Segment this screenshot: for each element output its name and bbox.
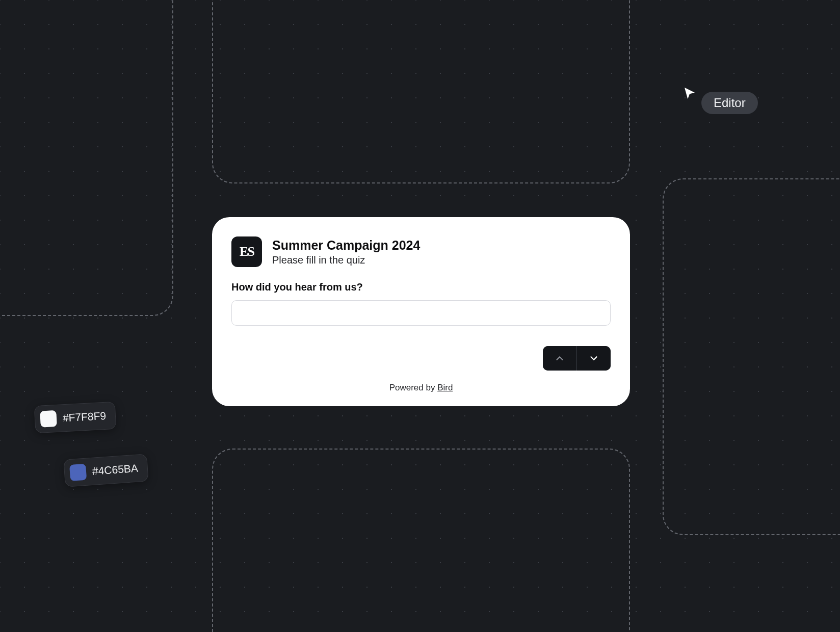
- color-swatch[interactable]: #4C65BA: [63, 454, 148, 487]
- canvas-frame: [212, 0, 630, 183]
- next-button[interactable]: [577, 346, 611, 371]
- card-header: ES Summer Campaign 2024 Please fill in t…: [231, 236, 611, 267]
- brand-logo: ES: [231, 236, 262, 267]
- prev-button[interactable]: [543, 346, 576, 371]
- color-swatch[interactable]: #F7F8F9: [34, 402, 117, 433]
- question-label: How did you hear from us?: [231, 281, 611, 293]
- cursor-icon: [682, 86, 697, 101]
- canvas-frame: [663, 178, 840, 535]
- card-footer: Powered by Bird: [231, 383, 611, 393]
- footer-brand-link[interactable]: Bird: [437, 383, 453, 392]
- nav-group: [231, 346, 611, 371]
- answer-input[interactable]: [231, 300, 611, 326]
- swatch-hex: #4C65BA: [92, 462, 138, 478]
- swatch-preview: [69, 464, 87, 481]
- chevron-up-icon: [554, 353, 565, 364]
- quiz-card: ES Summer Campaign 2024 Please fill in t…: [212, 217, 630, 406]
- collaborator-label: Editor: [701, 92, 758, 114]
- canvas-frame: [212, 449, 630, 632]
- canvas-frame: [0, 0, 173, 316]
- card-subtitle: Please fill in the quiz: [272, 254, 420, 266]
- swatch-preview: [40, 410, 57, 428]
- footer-prefix: Powered by: [389, 383, 438, 392]
- swatch-hex: #F7F8F9: [62, 410, 106, 424]
- card-title: Summer Campaign 2024: [272, 238, 420, 253]
- chevron-down-icon: [588, 353, 599, 364]
